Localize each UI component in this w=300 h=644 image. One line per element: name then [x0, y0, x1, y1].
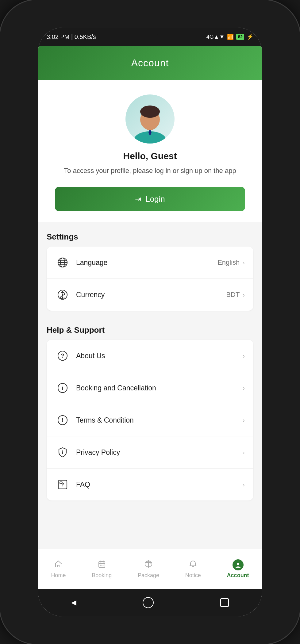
charging-icon: ⚡ — [247, 33, 253, 40]
terms-label: Terms & Condition — [76, 416, 243, 424]
currency-value: BDT — [226, 291, 240, 299]
phone-outer: 3:02 PM | 0.5KB/s 4G▲▼ 📶 82 ⚡ Account — [0, 0, 300, 644]
info-circle-icon: i — [55, 381, 70, 395]
status-icons: 4G▲▼ 📶 82 ⚡ — [206, 33, 253, 40]
svg-point-30 — [237, 563, 239, 565]
faq-icon: ? — [55, 477, 70, 492]
help-support-title: Help & Support — [47, 325, 253, 335]
back-button[interactable]: ◀ — [71, 599, 76, 607]
nav-package-label: Package — [138, 572, 159, 579]
svg-text:?: ? — [61, 482, 64, 487]
nav-home-label: Home — [51, 572, 66, 579]
package-icon — [144, 560, 153, 570]
terms-chevron: › — [243, 417, 245, 424]
login-button[interactable]: ⇥ Login — [55, 187, 245, 211]
nav-package[interactable]: Package — [133, 557, 164, 581]
faq-item[interactable]: ? FAQ › — [47, 469, 253, 500]
booking-cancellation-chevron: › — [243, 385, 245, 392]
notice-icon — [189, 560, 197, 570]
bottom-nav: Home Booking — [38, 549, 262, 589]
svg-text:!: ! — [62, 416, 64, 423]
recents-button[interactable] — [220, 598, 229, 607]
account-avatar — [233, 559, 244, 570]
svg-text:?: ? — [61, 353, 64, 359]
terms-item[interactable]: ! Terms & Condition › — [47, 404, 253, 436]
help-circle-icon: ? — [55, 348, 70, 363]
page-header: Account — [38, 46, 262, 80]
profile-section: Hello, Guest To access your profile, ple… — [38, 80, 262, 222]
nav-account[interactable]: Account — [222, 557, 254, 581]
login-label: Login — [145, 194, 165, 204]
greeting-text: Hello, Guest — [123, 151, 177, 161]
language-value: English — [217, 259, 240, 266]
svg-point-25 — [100, 565, 101, 565]
nav-notice-label: Notice — [185, 572, 201, 579]
avatar — [125, 94, 175, 144]
svg-rect-23 — [99, 562, 105, 568]
booking-cancellation-label: Booking and Cancellation — [76, 384, 243, 392]
svg-point-5 — [141, 110, 159, 117]
alert-circle-icon: ! — [55, 413, 70, 427]
bottom-spacer — [38, 505, 262, 512]
svg-point-26 — [101, 565, 102, 565]
about-us-chevron: › — [243, 352, 245, 359]
login-icon: ⇥ — [135, 195, 141, 203]
currency-item[interactable]: Currency BDT › — [47, 279, 253, 311]
language-item[interactable]: Language English › — [47, 247, 253, 279]
booking-icon — [98, 560, 106, 570]
signal-icon: 📶 — [227, 33, 234, 40]
language-chevron: › — [243, 259, 245, 266]
nav-account-label: Account — [227, 572, 249, 579]
notch — [141, 28, 159, 36]
settings-card: Language English › Curr — [47, 247, 253, 311]
currency-label: Currency — [76, 291, 226, 299]
subtitle-text: To access your profile, please log in or… — [58, 166, 242, 176]
phone-screen: 3:02 PM | 0.5KB/s 4G▲▼ 📶 82 ⚡ Account — [38, 28, 262, 616]
shield-icon: i — [55, 445, 70, 460]
settings-section: Settings Langua — [38, 222, 262, 316]
booking-cancellation-item[interactable]: i Booking and Cancellation › — [47, 372, 253, 404]
about-us-item[interactable]: ? About Us › — [47, 340, 253, 372]
home-button[interactable] — [143, 597, 154, 608]
help-support-card: ? About Us › i — [47, 340, 253, 500]
svg-text:i: i — [62, 385, 63, 391]
language-label: Language — [76, 259, 217, 267]
help-support-section: Help & Support ? About Us › — [38, 316, 262, 505]
nav-home[interactable]: Home — [46, 557, 71, 581]
privacy-policy-item[interactable]: i Privacy Policy › — [47, 436, 253, 469]
svg-text:i: i — [62, 450, 63, 455]
network-icon: 4G▲▼ — [206, 34, 225, 40]
battery-indicator: 82 — [236, 34, 244, 40]
currency-chevron: › — [243, 291, 245, 298]
privacy-policy-chevron: › — [243, 449, 245, 456]
faq-chevron: › — [243, 481, 245, 488]
currency-icon — [55, 287, 70, 302]
system-bar: ◀ — [38, 589, 262, 616]
faq-label: FAQ — [76, 481, 243, 489]
settings-title: Settings — [47, 232, 253, 242]
page-title: Account — [131, 57, 169, 69]
privacy-policy-label: Privacy Policy — [76, 448, 243, 457]
main-content: Hello, Guest To access your profile, ple… — [38, 80, 262, 549]
globe-icon — [55, 255, 70, 270]
svg-point-27 — [102, 565, 103, 565]
nav-booking[interactable]: Booking — [87, 557, 117, 581]
nav-notice[interactable]: Notice — [180, 557, 206, 581]
status-time: 3:02 PM | 0.5KB/s — [47, 33, 96, 40]
about-us-label: About Us — [76, 352, 243, 360]
nav-booking-label: Booking — [92, 572, 112, 579]
home-icon — [54, 560, 63, 570]
